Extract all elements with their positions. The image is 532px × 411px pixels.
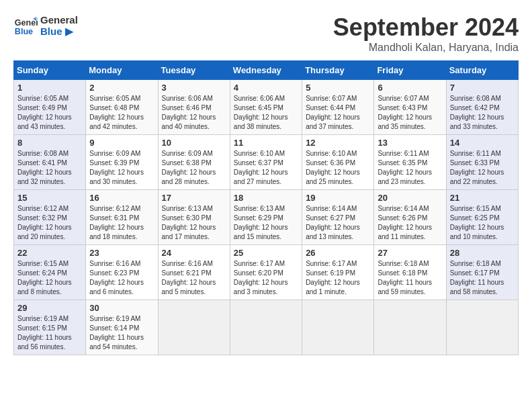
calendar-cell (446, 300, 518, 355)
calendar-cell: 29 Sunrise: 6:19 AM Sunset: 6:15 PM Dayl… (14, 300, 86, 355)
day-number: 23 (89, 248, 154, 258)
calendar-cell: 22 Sunrise: 6:15 AM Sunset: 6:24 PM Dayl… (14, 245, 86, 300)
day-info: Sunrise: 6:06 AM Sunset: 6:45 PM Dayligh… (234, 94, 298, 132)
calendar-cell: 7 Sunrise: 6:08 AM Sunset: 6:42 PM Dayli… (446, 80, 518, 135)
day-info: Sunrise: 6:19 AM Sunset: 6:15 PM Dayligh… (17, 314, 82, 352)
day-number: 1 (17, 83, 82, 93)
calendar-cell: 30 Sunrise: 6:19 AM Sunset: 6:14 PM Dayl… (86, 300, 158, 355)
day-info: Sunrise: 6:19 AM Sunset: 6:14 PM Dayligh… (89, 314, 154, 352)
calendar-cell: 3 Sunrise: 6:06 AM Sunset: 6:46 PM Dayli… (158, 80, 230, 135)
day-info: Sunrise: 6:06 AM Sunset: 6:46 PM Dayligh… (162, 94, 226, 132)
day-info: Sunrise: 6:15 AM Sunset: 6:24 PM Dayligh… (17, 259, 82, 297)
day-number: 20 (378, 193, 442, 203)
calendar-cell: 21 Sunrise: 6:15 AM Sunset: 6:25 PM Dayl… (446, 190, 518, 245)
day-number: 2 (89, 83, 154, 93)
calendar-week-1: 8 Sunrise: 6:08 AM Sunset: 6:41 PM Dayli… (14, 135, 519, 190)
day-number: 17 (162, 193, 226, 203)
calendar-week-3: 22 Sunrise: 6:15 AM Sunset: 6:24 PM Dayl… (14, 245, 519, 300)
day-number: 22 (17, 248, 82, 258)
day-number: 11 (234, 138, 298, 148)
day-info: Sunrise: 6:11 AM Sunset: 6:33 PM Dayligh… (450, 149, 515, 187)
header-day-monday: Monday (86, 61, 158, 80)
header-day-sunday: Sunday (14, 61, 86, 80)
day-info: Sunrise: 6:13 AM Sunset: 6:30 PM Dayligh… (162, 204, 226, 242)
day-number: 13 (378, 138, 442, 148)
day-number: 15 (17, 193, 82, 203)
month-title: September 2024 (333, 13, 519, 42)
calendar-week-0: 1 Sunrise: 6:05 AM Sunset: 6:49 PM Dayli… (14, 80, 519, 135)
day-info: Sunrise: 6:09 AM Sunset: 6:39 PM Dayligh… (89, 149, 154, 187)
calendar-cell (230, 300, 302, 355)
day-info: Sunrise: 6:15 AM Sunset: 6:25 PM Dayligh… (450, 204, 515, 242)
calendar-cell: 11 Sunrise: 6:10 AM Sunset: 6:37 PM Dayl… (230, 135, 302, 190)
calendar-week-2: 15 Sunrise: 6:12 AM Sunset: 6:32 PM Dayl… (14, 190, 519, 245)
calendar-cell (158, 300, 230, 355)
day-number: 24 (162, 248, 226, 258)
day-info: Sunrise: 6:17 AM Sunset: 6:19 PM Dayligh… (306, 259, 370, 297)
calendar-week-4: 29 Sunrise: 6:19 AM Sunset: 6:15 PM Dayl… (14, 300, 519, 355)
calendar-cell: 1 Sunrise: 6:05 AM Sunset: 6:49 PM Dayli… (14, 80, 86, 135)
header-day-wednesday: Wednesday (230, 61, 302, 80)
header-day-thursday: Thursday (302, 61, 374, 80)
calendar-cell: 16 Sunrise: 6:12 AM Sunset: 6:31 PM Dayl… (86, 190, 158, 245)
day-info: Sunrise: 6:18 AM Sunset: 6:17 PM Dayligh… (450, 259, 515, 297)
calendar-cell: 13 Sunrise: 6:11 AM Sunset: 6:35 PM Dayl… (374, 135, 446, 190)
calendar-cell: 5 Sunrise: 6:07 AM Sunset: 6:44 PM Dayli… (302, 80, 374, 135)
logo-blue: Blue ▶ (40, 26, 78, 38)
day-number: 21 (450, 193, 515, 203)
day-info: Sunrise: 6:09 AM Sunset: 6:38 PM Dayligh… (162, 149, 226, 187)
calendar-body: 1 Sunrise: 6:05 AM Sunset: 6:49 PM Dayli… (14, 80, 519, 355)
day-info: Sunrise: 6:18 AM Sunset: 6:18 PM Dayligh… (378, 259, 442, 297)
day-info: Sunrise: 6:10 AM Sunset: 6:37 PM Dayligh… (234, 149, 298, 187)
calendar-cell: 27 Sunrise: 6:18 AM Sunset: 6:18 PM Dayl… (374, 245, 446, 300)
day-info: Sunrise: 6:08 AM Sunset: 6:42 PM Dayligh… (450, 94, 515, 132)
day-number: 27 (378, 248, 442, 258)
calendar-cell: 4 Sunrise: 6:06 AM Sunset: 6:45 PM Dayli… (230, 80, 302, 135)
calendar-cell: 6 Sunrise: 6:07 AM Sunset: 6:43 PM Dayli… (374, 80, 446, 135)
day-info: Sunrise: 6:10 AM Sunset: 6:36 PM Dayligh… (306, 149, 370, 187)
day-number: 6 (378, 83, 442, 93)
svg-text:Blue: Blue (15, 27, 33, 36)
calendar-header: SundayMondayTuesdayWednesdayThursdayFrid… (14, 61, 519, 80)
day-info: Sunrise: 6:11 AM Sunset: 6:35 PM Dayligh… (378, 149, 442, 187)
logo: General Blue General Blue ▶ (13, 13, 78, 38)
calendar-cell (302, 300, 374, 355)
calendar-cell: 9 Sunrise: 6:09 AM Sunset: 6:39 PM Dayli… (86, 135, 158, 190)
calendar-cell: 24 Sunrise: 6:16 AM Sunset: 6:21 PM Dayl… (158, 245, 230, 300)
day-number: 28 (450, 248, 515, 258)
day-number: 5 (306, 83, 370, 93)
day-number: 14 (450, 138, 515, 148)
calendar-cell: 2 Sunrise: 6:05 AM Sunset: 6:48 PM Dayli… (86, 80, 158, 135)
calendar-cell (374, 300, 446, 355)
day-info: Sunrise: 6:12 AM Sunset: 6:31 PM Dayligh… (89, 204, 154, 242)
day-number: 9 (89, 138, 154, 148)
calendar-cell: 15 Sunrise: 6:12 AM Sunset: 6:32 PM Dayl… (14, 190, 86, 245)
logo-general: General (40, 14, 78, 26)
day-number: 29 (17, 303, 82, 313)
day-info: Sunrise: 6:08 AM Sunset: 6:41 PM Dayligh… (17, 149, 82, 187)
day-info: Sunrise: 6:17 AM Sunset: 6:20 PM Dayligh… (234, 259, 298, 297)
day-info: Sunrise: 6:07 AM Sunset: 6:43 PM Dayligh… (378, 94, 442, 132)
day-number: 8 (17, 138, 82, 148)
day-number: 3 (162, 83, 226, 93)
day-info: Sunrise: 6:13 AM Sunset: 6:29 PM Dayligh… (234, 204, 298, 242)
page-header: General Blue General Blue ▶ September 20… (13, 13, 519, 54)
header-day-friday: Friday (374, 61, 446, 80)
calendar-cell: 26 Sunrise: 6:17 AM Sunset: 6:19 PM Dayl… (302, 245, 374, 300)
day-info: Sunrise: 6:12 AM Sunset: 6:32 PM Dayligh… (17, 204, 82, 242)
calendar-cell: 12 Sunrise: 6:10 AM Sunset: 6:36 PM Dayl… (302, 135, 374, 190)
day-number: 16 (89, 193, 154, 203)
day-info: Sunrise: 6:16 AM Sunset: 6:23 PM Dayligh… (89, 259, 154, 297)
calendar-cell: 10 Sunrise: 6:09 AM Sunset: 6:38 PM Dayl… (158, 135, 230, 190)
calendar-cell: 8 Sunrise: 6:08 AM Sunset: 6:41 PM Dayli… (14, 135, 86, 190)
calendar-table: SundayMondayTuesdayWednesdayThursdayFrid… (13, 60, 519, 355)
day-number: 18 (234, 193, 298, 203)
day-number: 7 (450, 83, 515, 93)
calendar-cell: 18 Sunrise: 6:13 AM Sunset: 6:29 PM Dayl… (230, 190, 302, 245)
day-number: 25 (234, 248, 298, 258)
calendar-cell: 14 Sunrise: 6:11 AM Sunset: 6:33 PM Dayl… (446, 135, 518, 190)
calendar-cell: 20 Sunrise: 6:14 AM Sunset: 6:26 PM Dayl… (374, 190, 446, 245)
calendar-cell: 17 Sunrise: 6:13 AM Sunset: 6:30 PM Dayl… (158, 190, 230, 245)
day-number: 26 (306, 248, 370, 258)
calendar-cell: 23 Sunrise: 6:16 AM Sunset: 6:23 PM Dayl… (86, 245, 158, 300)
